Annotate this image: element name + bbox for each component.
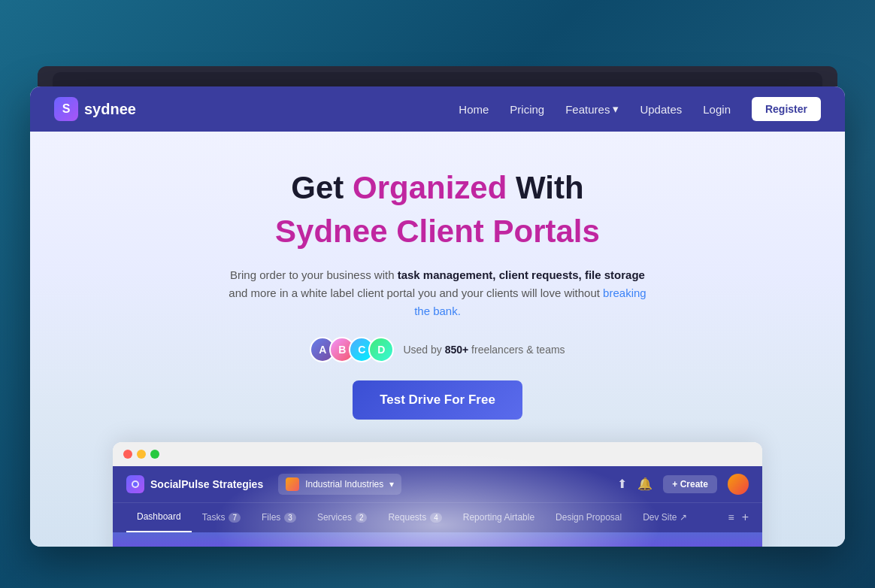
hero-title-line2: Sydnee Client Portals [60, 213, 815, 250]
files-badge: 3 [284, 513, 296, 523]
hero-title-with: With [507, 170, 583, 205]
requests-badge: 4 [430, 513, 442, 523]
app-logo-area: SocialPulse Strategies [126, 475, 263, 493]
hero-title-start: Get [291, 170, 353, 205]
create-button[interactable]: + Create [663, 475, 717, 493]
breaking-bank: breaking the bank. [414, 286, 646, 317]
company-icon [286, 477, 299, 491]
bold-requests: client requests, [499, 268, 582, 281]
avatar-4: D [368, 337, 394, 362]
used-by-count: 850+ [445, 344, 469, 356]
tab-dashboard[interactable]: Dashboard [126, 502, 192, 532]
nav-pricing[interactable]: Pricing [510, 103, 544, 116]
nav-updates[interactable]: Updates [640, 103, 682, 116]
app-tabs: Dashboard Tasks7 Files3 Services2 Reques… [113, 502, 762, 532]
nav-features[interactable]: Features ▾ [565, 102, 619, 116]
services-badge: 2 [356, 513, 368, 523]
bold-task: task management, [398, 268, 496, 281]
app-logo-icon [126, 475, 144, 493]
dot-green [150, 450, 159, 459]
nav-links: Home Pricing Features ▾ Updates Login Re… [459, 97, 821, 121]
tabs-add-icon[interactable]: + [742, 511, 749, 524]
nav-home[interactable]: Home [459, 103, 489, 116]
tab-reporting[interactable]: Reporting Airtable [453, 502, 545, 532]
company-name: Industrial Industries [305, 479, 383, 489]
tab-services[interactable]: Services2 [307, 502, 378, 532]
hero-subtitle: Bring order to your business with task m… [227, 266, 648, 320]
hero-section: Get Organized With Sydnee Client Portals… [30, 132, 845, 547]
bold-storage: file storage [585, 268, 645, 281]
used-by-text: Used by 850+ freelancers & teams [403, 344, 565, 356]
selector-arrow: ▾ [389, 479, 394, 489]
avatars-row: A B C D Used by 850+ freelancers & teams [60, 337, 815, 362]
hero-organized: Organized [353, 170, 507, 205]
tasks-badge: 7 [229, 513, 241, 523]
tab-tasks[interactable]: Tasks7 [192, 502, 251, 532]
logo-area: S sydnee [54, 97, 136, 121]
dot-yellow [137, 450, 146, 459]
hero-title-line1: Get Organized With [60, 169, 815, 207]
nav-register-button[interactable]: Register [752, 97, 821, 121]
share-icon[interactable]: ⬆ [617, 477, 627, 491]
bell-icon[interactable]: 🔔 [637, 477, 652, 491]
dot-red [123, 450, 132, 459]
browser-window: S sydnee Home Pricing Features ▾ Updates… [30, 86, 845, 547]
app-topbar: SocialPulse Strategies Industrial Indust… [113, 466, 762, 502]
app-brand-name: SocialPulse Strategies [150, 478, 263, 490]
tab-requests[interactable]: Requests4 [377, 502, 452, 532]
navbar: S sydnee Home Pricing Features ▾ Updates… [30, 86, 845, 132]
logo-icon: S [54, 97, 78, 121]
user-avatar [728, 474, 749, 495]
tab-devsite[interactable]: Dev Site ↗ [632, 502, 698, 532]
app-content: Good Afternoon, Connor! [113, 532, 762, 547]
cta-button[interactable]: Test Drive For Free [353, 380, 522, 420]
company-selector[interactable]: Industrial Industries ▾ [278, 474, 401, 495]
avatar-stack: A B C D [310, 337, 394, 362]
tab-design[interactable]: Design Proposal [545, 502, 632, 532]
app-topbar-actions: ⬆ 🔔 + Create [617, 474, 749, 495]
svg-point-1 [133, 482, 138, 486]
app-preview: SocialPulse Strategies Industrial Indust… [113, 442, 762, 547]
logo-text: sydnee [84, 101, 136, 118]
tabs-menu-icon[interactable]: ≡ [728, 511, 734, 523]
nav-login[interactable]: Login [703, 103, 731, 116]
tab-files[interactable]: Files3 [251, 502, 307, 532]
app-titlebar [113, 442, 762, 466]
greeting-text: Good Afternoon, Connor! [338, 545, 537, 547]
